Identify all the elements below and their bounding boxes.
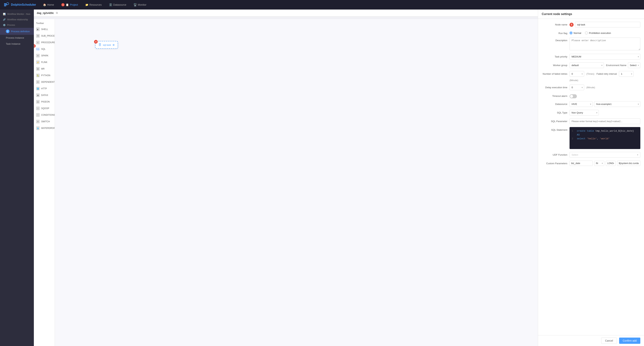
sql-str-world: 'world'	[600, 137, 610, 140]
dag-node-add-icon[interactable]: ⊕	[112, 43, 115, 46]
node-name-step-badge: 5	[570, 23, 574, 27]
sql-statement-label: SQL Statement	[542, 127, 567, 131]
run-flag-control: Normal Prohibition execution	[570, 30, 640, 35]
confirm-add-button[interactable]: Confirm add	[619, 337, 640, 344]
panel-footer: Cancel Confirm add	[538, 335, 644, 346]
run-flag-prohibition-label: Prohibition execution	[589, 32, 611, 35]
run-flag-normal-radio[interactable]	[570, 32, 572, 35]
nav-home-label: Home	[47, 3, 54, 6]
sql-linenum-1: 1	[572, 129, 575, 137]
dag-node-sql-task[interactable]: 4 🗄 sql-task ⊕	[95, 41, 118, 49]
sql-text-table: tmp_hello_world_${biz_date}	[595, 130, 634, 132]
timeout-alarm-toggle[interactable]	[570, 94, 577, 98]
project-badge: 1	[61, 3, 64, 7]
retries-select[interactable]: 0 1 2 3	[570, 71, 584, 77]
retries-row: Number of failed retries 0 1 2 3 (Times)	[542, 71, 640, 82]
run-flag-prohibition-option[interactable]: Prohibition execution	[585, 32, 611, 35]
toolbar-item-conditions[interactable]: ⋮ CONDITIONS	[34, 112, 55, 118]
datax-label: DATAX	[41, 94, 48, 97]
sql-kw-create: create table	[577, 130, 595, 132]
relationship-sidebar-icon: 🔗	[3, 18, 6, 21]
failed-retries-label: Number of failed retries	[542, 71, 567, 75]
timeout-alarm-label: Timeout alarm	[542, 93, 567, 97]
sql-type-row: SQL Type Non Query Query	[542, 110, 640, 116]
custom-param-direction-0[interactable]: IN OUT	[594, 161, 604, 166]
task-priority-select[interactable]: MEDIUM HIGH LOW	[570, 54, 640, 60]
sql-param-input[interactable]	[570, 118, 640, 124]
delay-exec-select[interactable]: 0	[570, 85, 584, 90]
worker-group-select-wrapper: default	[570, 63, 604, 68]
sidebar-item-task-instance[interactable]: Task Instance	[0, 41, 34, 47]
waterdrop-icon: 💧	[36, 126, 40, 130]
task-priority-row: Task priority MEDIUM HIGH LOW	[542, 54, 640, 60]
node-name-input[interactable]	[575, 22, 640, 28]
toolbar-item-http[interactable]: 🌐 HTTP	[34, 85, 55, 92]
udf-function-control: Select ▾	[570, 152, 640, 158]
nav-resources-label: Resources	[90, 3, 102, 6]
toolbar-item-switch[interactable]: ✕ SWITCH	[34, 118, 55, 125]
toolbar-item-spark[interactable]: ✦ SPARK	[34, 52, 55, 59]
retry-interval-label: Failed retry interval	[596, 73, 617, 75]
toolbar-item-procedure[interactable]: ≡ PROCEDURE	[34, 39, 55, 46]
retry-interval-select[interactable]: 1 2 5	[619, 71, 634, 77]
sidebar-item-workflow-relationship[interactable]: 🔗 Workflow relationship	[0, 17, 34, 22]
custom-param-value-0[interactable]	[617, 161, 640, 166]
toolbar-panel: Toolbar ▶ SHELL ⧉ SUB_PROCESS ≡ PROCEDUR…	[34, 19, 55, 346]
cancel-button[interactable]: Cancel	[601, 337, 617, 344]
nav-datasource-label: Datasource	[113, 3, 126, 6]
env-name-select[interactable]: Select	[628, 63, 640, 68]
toolbar-item-pigeon[interactable]: ◎ PIGEON	[34, 99, 55, 105]
run-flag-prohibition-radio[interactable]	[585, 32, 588, 35]
toolbar-item-flink[interactable]: ⚡ FLINK	[34, 59, 55, 66]
sql-type-select[interactable]: Non Query Query	[570, 110, 599, 116]
toolbar-item-sqoop[interactable]: ○ SQOOP	[34, 105, 55, 112]
env-name-select-wrapper: Select	[628, 63, 640, 68]
datasource-name-select[interactable]: hive-example1	[594, 101, 640, 107]
copy-icon[interactable]: ⧉	[56, 11, 58, 15]
spark-label: SPARK	[41, 54, 48, 57]
nav-resources[interactable]: 📁 Resources	[84, 2, 103, 7]
toolbar-item-sub-process[interactable]: ⧉ SUB_PROCESS	[34, 33, 55, 39]
dag-node-badge: 4	[94, 40, 98, 44]
toolbar-item-python[interactable]: 🐍 PYTHON	[34, 72, 55, 79]
sidebar-item-workflow-monitor[interactable]: 📊 Workflow Monitor - hive-	[0, 11, 34, 17]
project-icon: 📋	[66, 3, 69, 6]
sql-editor[interactable]: 1 create table tmp_hello_world_${biz_dat…	[570, 127, 640, 149]
toolbar-item-waterdrop[interactable]: 💧 WATERDROP	[34, 125, 55, 131]
sidebar-item-process[interactable]: ⚙️ Process	[0, 22, 34, 28]
toolbar-item-datax[interactable]: ◉ DATAX	[34, 92, 55, 99]
description-input[interactable]	[570, 38, 640, 50]
run-flag-radio-group: Normal Prohibition execution	[570, 30, 640, 35]
nav-monitor[interactable]: 🖥️ Monitor	[132, 2, 148, 7]
toolbar-item-dependent[interactable]: ✕ DEPENDENT	[34, 79, 55, 85]
worker-group-select[interactable]: default	[570, 63, 604, 68]
right-panel: Current node settings Node name 5 Run fl…	[538, 10, 644, 346]
resources-icon: 📁	[85, 3, 88, 6]
sidebar-item-process-instance[interactable]: Process Instance	[0, 35, 34, 41]
custom-param-type-0[interactable]: LONG STRING INTEGER FLOAT DOUBLE DATE TI…	[606, 161, 616, 166]
nav-home[interactable]: 🏠 Home	[42, 2, 56, 7]
workflow-monitor-label: Workflow Monitor - hive-	[7, 13, 31, 15]
sidebar-item-process-definition[interactable]: 2 Process definition	[0, 28, 34, 35]
node-name-row: Node name 5	[542, 22, 640, 28]
sql-str-hello: 'hello'	[587, 137, 597, 140]
app-name: DolphinScheduler	[11, 3, 36, 7]
run-flag-normal-option[interactable]: Normal	[570, 32, 581, 35]
retry-interval-unit: (Minute)	[570, 79, 578, 82]
svg-rect-0	[4, 3, 6, 4]
nav-datasource[interactable]: 🗄️ Datasource	[108, 2, 128, 7]
datasource-type-select[interactable]: HIVE MySQL PostgreSQL	[570, 101, 592, 107]
nav-project[interactable]: 1 📋 Project	[60, 2, 80, 8]
canvas-area[interactable]: 4 🗄 sql-task ⊕	[55, 19, 538, 346]
dependent-label: DEPENDENT	[41, 81, 55, 83]
udf-function-select[interactable]: Select ▾	[570, 152, 640, 158]
custom-param-name-0[interactable]	[570, 161, 593, 166]
toolbar-item-shell[interactable]: ▶ SHELL	[34, 26, 55, 33]
toolbar-item-mr[interactable]: ⊞ MR	[34, 66, 55, 72]
logo-icon	[4, 2, 10, 8]
toolbar-item-sql[interactable]: 3 SQL SQL	[34, 46, 55, 52]
datasource-icon: 🗄️	[109, 3, 112, 6]
panel-header: Current node settings	[538, 10, 644, 19]
conditions-label: CONDITIONS	[41, 114, 55, 116]
description-control	[570, 38, 640, 51]
